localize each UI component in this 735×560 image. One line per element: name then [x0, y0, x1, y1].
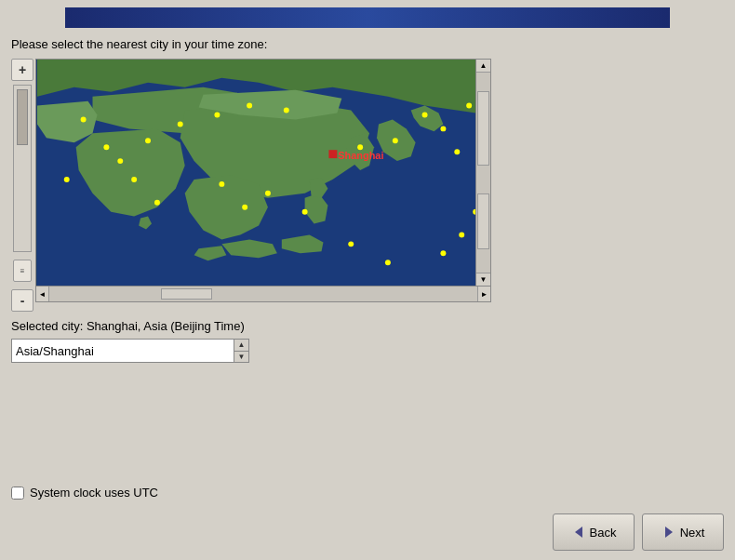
svg-point-8 [247, 103, 252, 109]
next-icon [662, 525, 676, 540]
svg-point-28 [459, 232, 464, 237]
back-label: Back [590, 526, 617, 540]
timezone-select[interactable]: Asia/Shanghai Africa/Abidjan Africa/Accr… [11, 339, 234, 363]
back-button[interactable]: Back [553, 513, 635, 551]
svg-point-27 [440, 250, 446, 256]
hscroll-track [49, 287, 477, 301]
back-icon [571, 525, 586, 540]
svg-point-13 [302, 209, 308, 215]
vscroll-thumb2[interactable] [477, 193, 489, 249]
zoom-in-button[interactable]: + [11, 59, 33, 81]
zoom-slider-thumb[interactable] [17, 89, 28, 145]
next-label: Next [680, 526, 705, 540]
svg-point-17 [440, 126, 446, 131]
navigation-buttons: Back Next [553, 513, 724, 551]
selected-city-text: Selected city: Shanghai, Asia (Beijing T… [11, 319, 724, 333]
svg-point-26 [64, 177, 70, 182]
map-area-wrapper: Shanghai ▲ ▼ ◄ [35, 59, 491, 302]
svg-point-10 [219, 181, 224, 187]
map-svg: Shanghai [36, 60, 490, 286]
vscroll-thumb[interactable] [477, 91, 489, 166]
vscroll-up-arrow[interactable]: ▲ [476, 60, 490, 73]
pan-handle[interactable]: ≡ [13, 260, 32, 282]
timezone-spinners: ▲ ▼ [234, 339, 249, 363]
svg-point-16 [422, 113, 428, 118]
zoom-controls: + ≡ - [11, 59, 33, 312]
map-vscrollbar[interactable]: ▲ ▼ [475, 60, 490, 286]
instruction-text: Please select the nearest city in your t… [11, 37, 724, 51]
svg-rect-31 [328, 150, 337, 158]
vscroll-track [476, 73, 490, 273]
zoom-slider-track [13, 85, 32, 252]
svg-point-3 [131, 177, 137, 182]
svg-point-2 [145, 138, 151, 143]
hscroll-thumb[interactable] [161, 288, 212, 300]
next-button[interactable]: Next [642, 513, 724, 551]
utc-checkbox[interactable] [11, 487, 24, 500]
back-arrow-icon [575, 527, 582, 538]
timezone-spinner-up[interactable]: ▲ [234, 340, 248, 352]
utc-label[interactable]: System clock uses UTC [30, 486, 158, 500]
svg-point-11 [242, 205, 247, 210]
next-arrow-icon [665, 527, 673, 538]
svg-point-19 [466, 103, 472, 109]
utc-checkbox-area: System clock uses UTC [11, 486, 158, 500]
hscroll-left-arrow[interactable]: ◄ [36, 287, 49, 301]
timezone-spinner-down[interactable]: ▼ [234, 352, 248, 363]
svg-point-7 [214, 113, 220, 118]
svg-point-9 [284, 108, 289, 113]
map-display[interactable]: Shanghai ▲ ▼ [35, 59, 491, 287]
hscroll-right-arrow[interactable]: ► [477, 287, 490, 301]
svg-point-15 [393, 138, 398, 143]
svg-point-6 [178, 121, 183, 127]
svg-point-4 [154, 200, 160, 206]
header-bar [65, 7, 670, 28]
svg-point-18 [454, 149, 460, 154]
svg-text:Shanghai: Shanghai [338, 150, 383, 161]
svg-point-25 [117, 158, 123, 164]
map-with-vscroll: Shanghai ▲ ▼ [35, 59, 491, 287]
svg-point-21 [385, 260, 391, 265]
vscroll-down-arrow[interactable]: ▼ [476, 273, 490, 286]
map-hscrollbar: ◄ ► [35, 287, 491, 302]
map-container: + ≡ - [11, 59, 724, 312]
svg-point-5 [81, 116, 87, 122]
zoom-out-button[interactable]: - [11, 289, 33, 312]
svg-point-22 [348, 241, 354, 247]
svg-point-12 [265, 191, 271, 196]
svg-point-1 [103, 144, 109, 150]
timezone-selector: Asia/Shanghai Africa/Abidjan Africa/Accr… [11, 339, 249, 363]
